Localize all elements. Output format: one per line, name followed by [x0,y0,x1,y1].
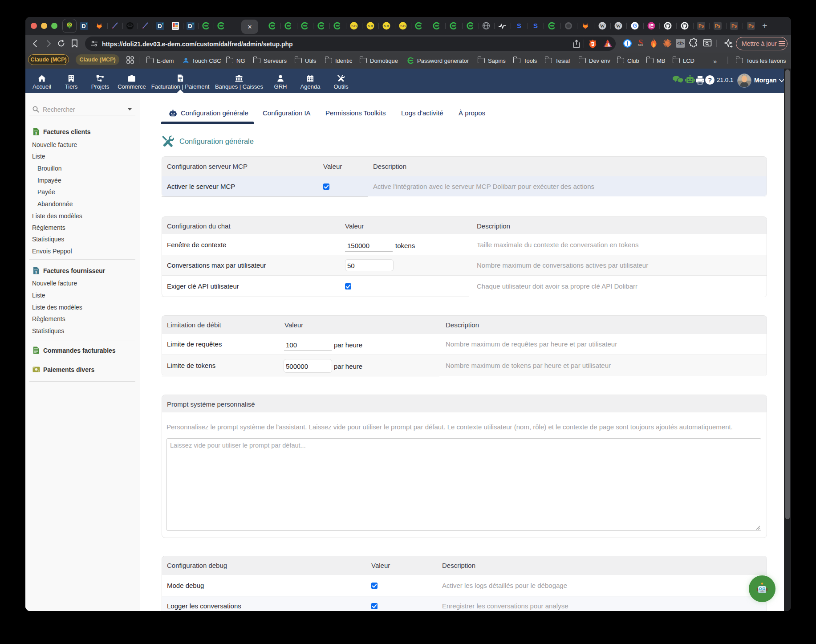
svg-text:Ps: Ps [698,24,704,29]
svg-text:S.B: S.B [368,24,373,28]
svg-text:S: S [533,22,538,29]
svg-text:$: $ [179,78,181,82]
svg-text:S.B: S.B [400,24,406,28]
svg-text:S.B: S.B [384,24,389,28]
svg-text:Ps: Ps [715,24,721,29]
svg-text:Ps: Ps [731,24,737,29]
svg-text:D: D [81,23,85,29]
svg-text:D: D [188,23,192,29]
svg-text:Ps: Ps [748,24,754,29]
svg-text:W: W [616,23,621,29]
svg-text:D: D [158,23,162,29]
svg-text:S.B: S.B [351,24,357,28]
svg-text:G: G [633,23,637,29]
svg-text:SEO: SEO [638,44,643,46]
svg-text:W: W [600,23,605,29]
svg-text:S: S [517,22,521,29]
